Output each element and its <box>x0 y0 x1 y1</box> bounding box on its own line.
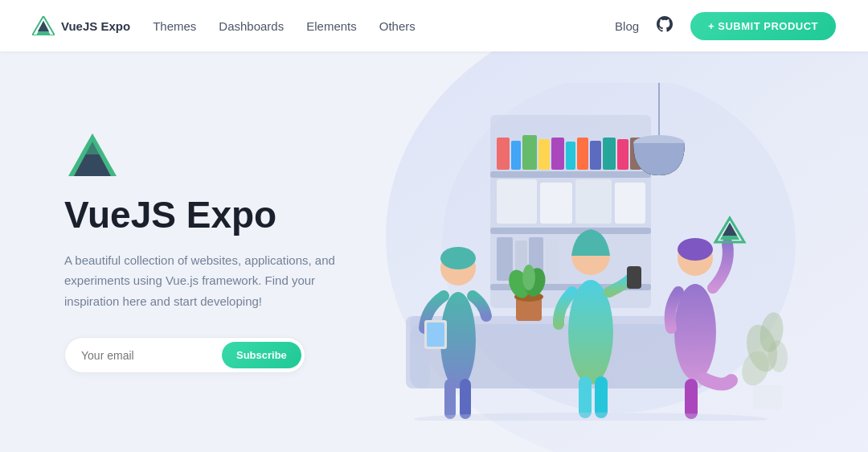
svg-rect-10 <box>490 228 651 234</box>
svg-rect-9 <box>490 171 651 178</box>
svg-rect-30 <box>546 240 559 281</box>
svg-rect-14 <box>522 135 537 170</box>
svg-rect-24 <box>540 183 572 224</box>
nav-right: Blog + SUBMIT PRODUCT <box>615 12 836 40</box>
hero-section: VueJS Expo A beautiful collection of web… <box>0 51 868 452</box>
svg-rect-17 <box>566 142 575 170</box>
svg-rect-20 <box>603 138 616 170</box>
svg-rect-48 <box>460 379 471 419</box>
svg-rect-51 <box>627 266 641 289</box>
svg-rect-18 <box>577 138 588 170</box>
svg-rect-13 <box>511 141 521 170</box>
svg-rect-26 <box>615 183 645 224</box>
svg-rect-65 <box>753 385 782 409</box>
submit-product-button[interactable]: + SUBMIT PRODUCT <box>690 12 836 40</box>
email-form: Subscribe <box>64 337 305 373</box>
svg-point-44 <box>440 247 476 269</box>
email-input[interactable] <box>81 349 222 362</box>
svg-marker-6 <box>80 134 104 154</box>
vue-logo-icon <box>32 16 55 35</box>
nav-links: Themes Dashboards Elements Others <box>153 19 416 33</box>
hero-description: A beautiful collection of websites, appl… <box>64 250 338 312</box>
nav-logo-text: VueJS Expo <box>61 19 130 33</box>
svg-rect-60 <box>685 379 698 419</box>
svg-rect-53 <box>595 376 608 418</box>
svg-rect-19 <box>590 141 601 170</box>
nav-logo[interactable]: VueJS Expo <box>32 16 130 35</box>
hero-content: VueJS Expo A beautiful collection of web… <box>64 130 338 373</box>
nav-link-themes[interactable]: Themes <box>153 19 196 33</box>
hero-title: VueJS Expo <box>64 195 338 236</box>
svg-point-41 <box>522 265 535 290</box>
nav-link-dashboards[interactable]: Dashboards <box>219 19 284 33</box>
svg-rect-25 <box>575 179 612 224</box>
svg-rect-21 <box>617 139 628 170</box>
svg-rect-23 <box>497 179 537 224</box>
subscribe-button[interactable]: Subscribe <box>222 342 301 368</box>
svg-rect-52 <box>579 376 592 418</box>
svg-point-56 <box>678 238 713 261</box>
nav-link-others[interactable]: Others <box>379 19 416 33</box>
svg-rect-46 <box>427 323 444 347</box>
navbar: VueJS Expo Themes Dashboards Elements Ot… <box>0 0 868 51</box>
github-icon[interactable] <box>655 14 674 37</box>
hero-illustration-svg <box>362 83 796 421</box>
nav-link-elements[interactable]: Elements <box>306 19 357 33</box>
nav-blog-link[interactable]: Blog <box>615 19 639 33</box>
svg-rect-15 <box>538 139 550 170</box>
svg-rect-12 <box>497 138 510 170</box>
hero-illustration <box>338 51 820 452</box>
svg-rect-16 <box>551 138 564 170</box>
hero-vue-logo-icon <box>64 130 121 179</box>
svg-rect-47 <box>444 379 456 419</box>
